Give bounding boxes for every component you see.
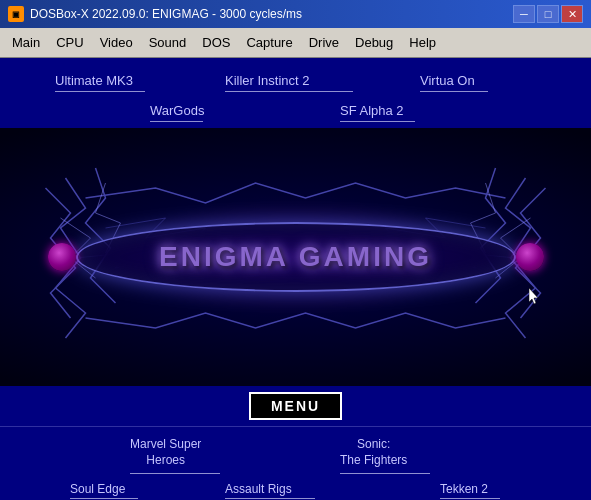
game-underline-0 — [55, 91, 145, 92]
game-underline-3 — [150, 121, 203, 122]
menu-button-area: MENU — [0, 386, 591, 426]
game-underline-1 — [225, 91, 353, 92]
logo-container: ENIGMA GAMING — [56, 207, 536, 307]
top-games-nav: Ultimate MK3Killer Instinct 2Virtua OnWa… — [0, 58, 591, 128]
bottom-game-link-2[interactable]: Soul Edge — [70, 482, 125, 496]
bottom-underline-3 — [225, 498, 315, 499]
top-game-link-1[interactable]: Killer Instinct 2 — [225, 73, 310, 88]
menu-item-cpu[interactable]: CPU — [48, 31, 91, 54]
menu-button[interactable]: MENU — [249, 392, 342, 420]
bottom-underline-4 — [440, 498, 500, 499]
menu-item-sound[interactable]: Sound — [141, 31, 195, 54]
menu-bar: MainCPUVideoSoundDOSCaptureDriveDebugHel… — [0, 28, 591, 58]
title-bar-left: ▣ DOSBox-X 2022.09.0: ENIGMAG - 3000 cyc… — [8, 6, 302, 22]
menu-item-help[interactable]: Help — [401, 31, 444, 54]
mouse-cursor — [529, 288, 541, 306]
bottom-underline-0 — [130, 473, 220, 474]
title-text: DOSBox-X 2022.09.0: ENIGMAG - 3000 cycle… — [30, 7, 302, 21]
close-button[interactable]: ✕ — [561, 5, 583, 23]
menu-item-video[interactable]: Video — [92, 31, 141, 54]
bottom-game-link-0[interactable]: Marvel SuperHeroes — [130, 437, 201, 468]
game-underline-2 — [420, 91, 488, 92]
top-game-link-4[interactable]: SF Alpha 2 — [340, 103, 404, 118]
bottom-game-link-3[interactable]: Assault Rigs — [225, 482, 292, 496]
minimize-button[interactable]: ─ — [513, 5, 535, 23]
menu-item-dos[interactable]: DOS — [194, 31, 238, 54]
menu-item-capture[interactable]: Capture — [238, 31, 300, 54]
menu-item-drive[interactable]: Drive — [301, 31, 347, 54]
orb-right — [516, 243, 544, 271]
bottom-game-link-1[interactable]: Sonic:The Fighters — [340, 437, 407, 468]
bottom-game-link-4[interactable]: Tekken 2 — [440, 482, 488, 496]
title-bar-controls: ─ □ ✕ — [513, 5, 583, 23]
logo-text: ENIGMA GAMING — [159, 241, 432, 273]
app-icon: ▣ — [8, 6, 24, 22]
main-content: ENIGMA GAMING — [0, 128, 591, 386]
maximize-button[interactable]: □ — [537, 5, 559, 23]
orb-left — [48, 243, 76, 271]
bottom-underline-2 — [70, 498, 138, 499]
menu-item-debug[interactable]: Debug — [347, 31, 401, 54]
bottom-games-nav: Marvel SuperHeroesSonic:The FightersSoul… — [0, 426, 591, 500]
title-bar: ▣ DOSBox-X 2022.09.0: ENIGMAG - 3000 cyc… — [0, 0, 591, 28]
game-underline-4 — [340, 121, 415, 122]
top-game-link-2[interactable]: Virtua On — [420, 73, 475, 88]
top-game-link-3[interactable]: WarGods — [150, 103, 204, 118]
bottom-underline-1 — [340, 473, 430, 474]
menu-item-main[interactable]: Main — [4, 31, 48, 54]
top-game-link-0[interactable]: Ultimate MK3 — [55, 73, 133, 88]
